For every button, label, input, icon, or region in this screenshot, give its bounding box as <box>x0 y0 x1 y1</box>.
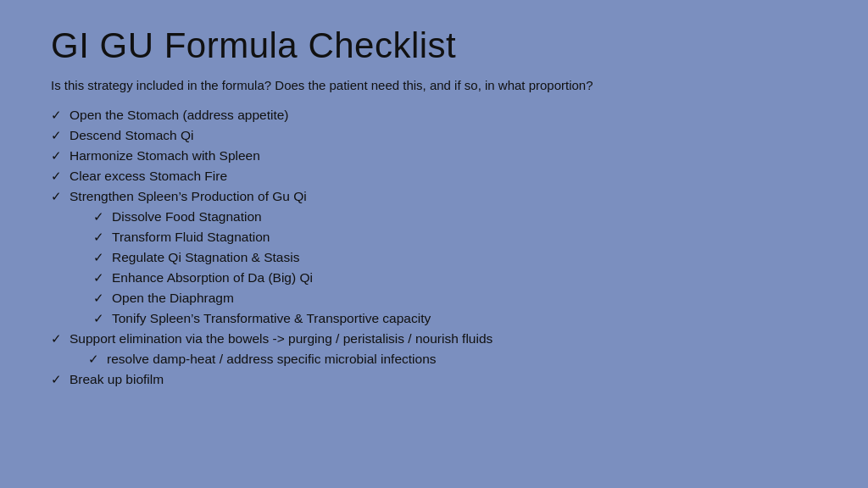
list-item: Open the Diaphragm <box>93 288 817 308</box>
list-item: Enhance Absorption of Da (Big) Qi <box>93 268 817 288</box>
list-item: Open the Stomach (address appetite) <box>51 105 817 125</box>
list-item: Support elimination via the bowels -> pu… <box>51 329 817 369</box>
list-item: Clear excess Stomach Fire <box>51 166 817 186</box>
sub-checklist-elimination: resolve damp-heat / address specific mic… <box>88 349 817 369</box>
list-item: Regulate Qi Stagnation & Stasis <box>93 247 817 268</box>
slide-container: GI GU Formula Checklist Is this strategy… <box>0 0 868 488</box>
list-item: Tonify Spleen’s Transformative & Transpo… <box>93 308 817 329</box>
item-label: Harmonize Stomach with Spleen <box>70 148 260 163</box>
list-item: Strengthen Spleen’s Production of Gu Qi … <box>51 186 817 329</box>
item-label: Support elimination via the bowels -> pu… <box>70 331 492 346</box>
list-item: Dissolve Food Stagnation <box>93 207 817 227</box>
item-label: Open the Diaphragm <box>112 291 234 305</box>
item-label: Strengthen Spleen’s Production of Gu Qi <box>70 189 307 203</box>
slide-title: GI GU Formula Checklist <box>51 25 817 66</box>
list-item: resolve damp-heat / address specific mic… <box>88 349 817 369</box>
list-item: Transform Fluid Stagnation <box>93 227 817 247</box>
item-label: Break up biofilm <box>70 372 164 386</box>
item-label: Open the Stomach (address appetite) <box>70 108 288 122</box>
item-label: Transform Fluid Stagnation <box>112 230 270 244</box>
item-label: Regulate Qi Stagnation & Stasis <box>112 250 299 264</box>
slide-subtitle: Is this strategy included in the formula… <box>51 76 817 95</box>
list-item: Harmonize Stomach with Spleen <box>51 146 817 166</box>
item-label: Enhance Absorption of Da (Big) Qi <box>112 270 313 285</box>
list-item: Break up biofilm <box>51 369 817 390</box>
item-label: Clear excess Stomach Fire <box>70 169 227 183</box>
item-label: Tonify Spleen’s Transformative & Transpo… <box>112 311 431 325</box>
main-checklist: Open the Stomach (address appetite) Desc… <box>51 105 817 390</box>
item-label: Descend Stomach Qi <box>70 128 193 142</box>
item-label: resolve damp-heat / address specific mic… <box>107 352 437 366</box>
sub-checklist-spleen: Dissolve Food Stagnation Transform Fluid… <box>93 207 817 329</box>
item-label: Dissolve Food Stagnation <box>112 209 262 224</box>
list-item: Descend Stomach Qi <box>51 125 817 146</box>
